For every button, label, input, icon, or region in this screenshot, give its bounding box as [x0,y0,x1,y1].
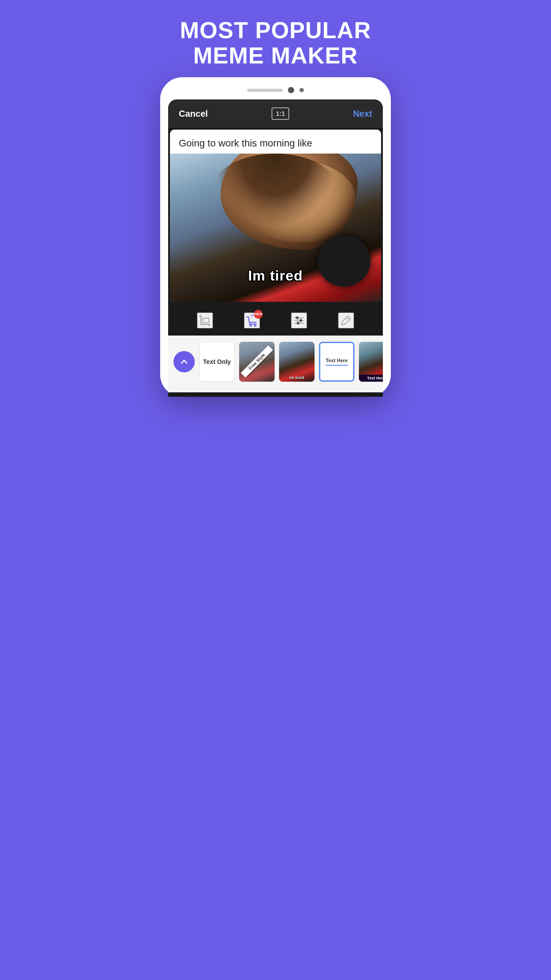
freestyle-label-wrapper: Free Style [239,342,275,382]
svg-line-13 [346,317,349,320]
brush-icon [339,313,353,328]
phone-camera-small [299,88,304,92]
svg-point-10 [296,316,299,319]
phone-speaker [247,89,283,92]
freestyle-label: Free Style [241,345,273,378]
meme-overlay-text[interactable]: Im tired [170,268,381,284]
svg-rect-0 [203,318,209,323]
next-button[interactable]: Next [353,109,372,119]
ratio-button[interactable]: 1:1 [272,107,289,120]
meme-hair [212,154,339,228]
template-thumb-im-tired[interactable]: Im tired [279,342,315,382]
svg-point-3 [254,324,256,326]
text-here-content: Text Here [326,358,348,366]
fab-up-button[interactable] [173,351,195,372]
template-im-tired-text: Im tired [279,375,315,380]
crop-icon [198,313,212,328]
phone-frame: Cancel 1:1 Next Going to work this morni… [160,77,391,396]
adjustments-icon [292,313,306,328]
hero-title: MOST POPULAR MEME MAKER [162,0,389,77]
cancel-button[interactable]: Cancel [179,109,208,119]
brush-button[interactable] [338,312,354,328]
template-strip: Text Only Free Style Im tired [168,336,383,392]
template-thumb-text-here-l[interactable]: Text Herel [359,342,383,382]
text-here-label: Text Here [326,358,347,363]
meme-templates-button[interactable]: NEW [244,312,260,328]
svg-point-2 [250,324,252,326]
svg-point-12 [297,322,299,324]
meme-container: Going to work this morning like Im tired [170,130,381,301]
last-thumb-text: Text Herel [359,375,383,382]
chevron-up-icon [180,357,189,366]
template-thumb-freestyle[interactable]: Free Style [239,342,275,382]
app-topbar: Cancel 1:1 Next [168,99,383,128]
new-badge: NEW [254,310,263,319]
bottom-toolbar: NEW [168,304,383,397]
phone-screen: Cancel 1:1 Next Going to work this morni… [168,99,383,396]
toolbar-icons: NEW [168,312,383,336]
meme-image: Im tired [170,154,381,301]
adjustments-button[interactable] [291,312,307,328]
template-thumb-text-here[interactable]: Text Here [319,342,354,382]
meme-top-text[interactable]: Going to work this morning like [170,130,381,154]
phone-camera-main [288,87,294,93]
text-here-underline [326,365,348,366]
template-thumb-text-only[interactable]: Text Only [199,342,235,382]
phone-notch [168,85,383,95]
svg-point-11 [299,319,302,322]
crop-tool-button[interactable] [197,312,213,328]
